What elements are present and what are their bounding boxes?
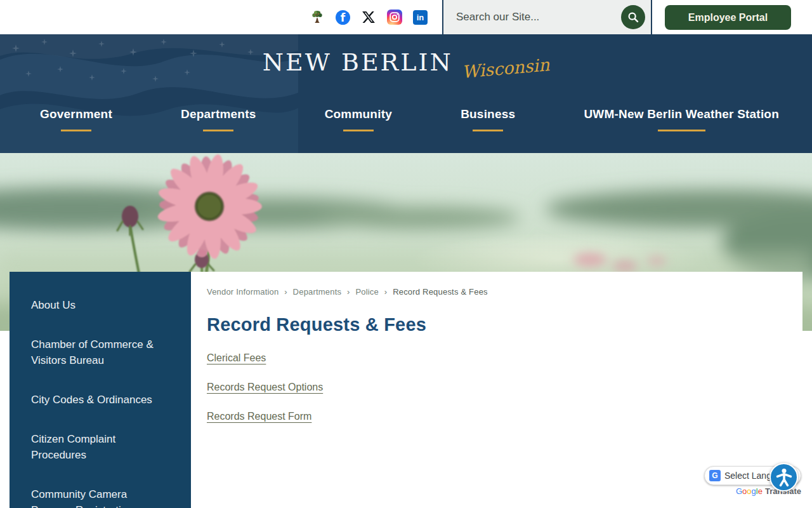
site-search — [442, 0, 652, 34]
x-icon[interactable] — [361, 10, 376, 25]
x-icon — [362, 10, 376, 24]
sidebar-item-about-us[interactable]: About Us — [31, 297, 166, 313]
search-input[interactable] — [443, 11, 621, 23]
masthead: NEW BERLIN Wisconsin Government Departme… — [0, 34, 812, 153]
nav-item-community[interactable]: Community — [325, 107, 392, 131]
breadcrumb-current-page: Record Requests & Fees — [393, 287, 488, 297]
breadcrumb-separator: › — [284, 287, 287, 297]
search-button[interactable] — [621, 5, 645, 29]
nav-underline — [343, 130, 374, 131]
top-bar: f in Employee Portal — [0, 0, 812, 34]
social-links: f in — [310, 0, 428, 34]
breadcrumb-departments[interactable]: Departments — [293, 287, 342, 297]
nav-underline — [61, 130, 91, 131]
instagram-icon — [387, 10, 402, 25]
breadcrumb-separator: › — [347, 287, 350, 297]
logo-city-name: NEW BERLIN — [263, 34, 453, 91]
nav-item-business[interactable]: Business — [461, 107, 515, 131]
primary-nav: Government Departments Community Busines… — [0, 91, 812, 153]
nav-underline — [473, 130, 503, 131]
linkedin-icon[interactable]: in — [413, 10, 428, 25]
google-translate-icon: G — [709, 470, 721, 481]
logo-state-name: Wisconsin — [461, 56, 550, 81]
link-records-request-form[interactable]: Records Request Form — [207, 411, 311, 422]
sidebar-item-city-codes[interactable]: City Codes & Ordinances — [31, 392, 166, 408]
city-tree-icon[interactable] — [310, 10, 325, 25]
sidebar-nav: About Us Chamber of Commerce & Visitors … — [10, 272, 191, 508]
city-tree-icon — [310, 10, 325, 25]
nav-underline — [658, 130, 705, 131]
search-icon — [626, 10, 640, 24]
link-records-request-options[interactable]: Records Request Options — [207, 382, 323, 392]
language-select-label: Select Langu — [724, 471, 776, 481]
sidebar-item-citizen-complaint[interactable]: Citizen Complaint Procedures — [31, 431, 166, 463]
page-title: Record Requests & Fees — [207, 314, 783, 335]
facebook-icon[interactable]: f — [336, 10, 350, 25]
content-row: About Us Chamber of Commerce & Visitors … — [10, 272, 802, 508]
breadcrumb-vendor-information[interactable]: Vendor Information — [207, 287, 278, 297]
breadcrumb-police[interactable]: Police — [355, 287, 379, 297]
sidebar-item-chamber-of-commerce[interactable]: Chamber of Commerce & Visitors Bureau — [31, 337, 166, 368]
breadcrumb: Vendor Information › Departments › Polic… — [207, 287, 783, 297]
site-logo[interactable]: NEW BERLIN Wisconsin — [0, 34, 812, 91]
instagram-icon[interactable] — [387, 10, 402, 25]
nav-underline — [203, 130, 233, 131]
link-clerical-fees[interactable]: Clerical Fees — [207, 352, 266, 363]
accessibility-button[interactable] — [769, 463, 798, 491]
sidebar-item-community-camera[interactable]: Community Camera Program Registration — [31, 486, 166, 508]
nav-item-departments[interactable]: Departments — [181, 107, 256, 131]
document-links: Clerical Fees Records Request Options Re… — [207, 352, 783, 422]
breadcrumb-separator: › — [384, 287, 388, 297]
nav-item-government[interactable]: Government — [40, 107, 112, 131]
accessibility-icon — [773, 467, 795, 488]
employee-portal-button[interactable]: Employee Portal — [665, 5, 791, 30]
nav-item-weather-station[interactable]: UWM-New Berlin Weather Station — [584, 107, 779, 131]
